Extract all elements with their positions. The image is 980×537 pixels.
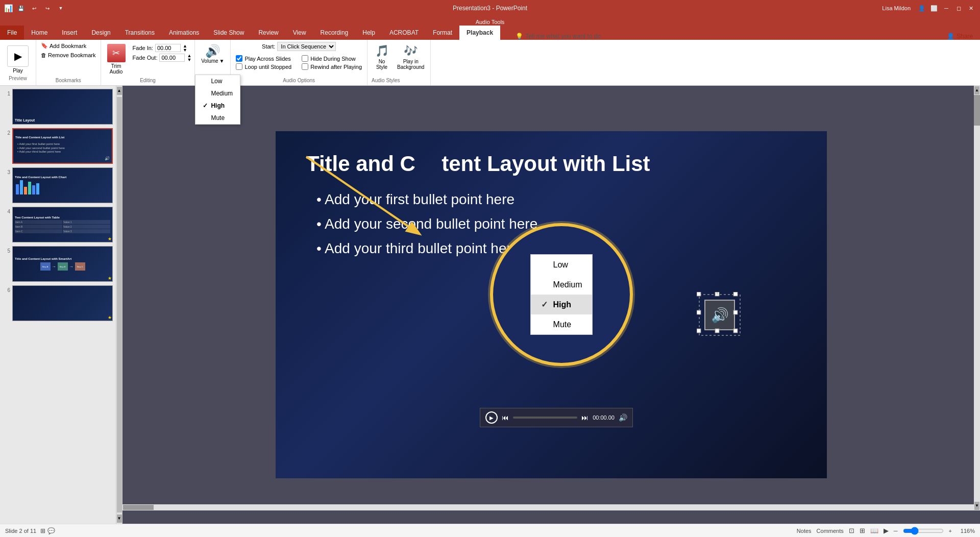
share-button[interactable]: 👤 Share <box>940 33 980 40</box>
rewind-button[interactable]: ⏮ <box>502 413 509 422</box>
zoom-level[interactable]: 116% <box>957 528 975 534</box>
slideshow-button[interactable]: ▶ <box>884 527 889 534</box>
lightbulb-icon: 💡 <box>516 33 523 40</box>
tab-home[interactable]: Home <box>24 26 55 40</box>
tab-slideshow[interactable]: Slide Show <box>206 26 251 40</box>
svg-rect-5 <box>733 310 738 314</box>
rewind-after-playing-checkbox[interactable] <box>302 63 308 70</box>
tab-animations[interactable]: Animations <box>162 26 206 40</box>
slide-thumb-4[interactable]: 4 Two Content Layout with Table Item A V… <box>2 206 114 243</box>
volume-button[interactable]: 🔊 Volume ▼ <box>199 42 226 66</box>
slide-1-title: Title Layout <box>15 118 35 122</box>
tab-transitions[interactable]: Transitions <box>118 26 162 40</box>
canvas-h-scroll-thumb[interactable] <box>123 505 154 510</box>
comments-panel-icon[interactable]: 💬 <box>47 527 55 534</box>
slide-3-thumbnail[interactable]: Title and Content Layout with Chart <box>12 167 113 203</box>
add-bookmark-button[interactable]: 🔖 Add Bookmark <box>39 42 97 50</box>
tab-view[interactable]: View <box>286 26 313 40</box>
title-bar: 📊 💾 ↩ ↪ ▼ Presentation3 - PowerPoint Lis… <box>0 0 980 16</box>
tab-format[interactable]: Format <box>426 26 459 40</box>
magnified-high-item[interactable]: ✓ High <box>531 295 593 314</box>
play-across-slides-checkbox[interactable] <box>236 55 242 62</box>
zoom-slider[interactable] <box>903 527 944 535</box>
audio-progress-bar[interactable] <box>513 417 577 419</box>
close-button[interactable]: ✕ <box>966 3 976 13</box>
canvas-scroll-up[interactable]: ▲ <box>974 86 979 94</box>
tab-insert[interactable]: Insert <box>55 26 84 40</box>
status-bar: Slide 2 of 11 ⊞ 💬 Notes Comments ⊡ ⊞ 📖 ▶… <box>0 524 980 537</box>
canvas-h-scrollbar[interactable] <box>122 504 974 510</box>
play-label: Play <box>13 68 22 74</box>
main-area: 1 Title Layout 2 Title and Content Layou… <box>0 86 980 524</box>
comments-button[interactable]: Comments <box>817 528 844 534</box>
magnified-mute-item[interactable]: ✓ Mute <box>531 314 593 334</box>
audio-icon-container[interactable]: 🔊 <box>704 300 735 330</box>
magnified-medium-item[interactable]: ✓ Medium <box>531 275 593 295</box>
account-icon[interactable]: 👤 <box>917 3 927 13</box>
magnified-low-item[interactable]: ✓ Low <box>531 255 593 275</box>
slide-5-thumbnail[interactable]: Title and Content Layout with SmartArt S… <box>12 246 113 282</box>
start-select[interactable]: In Click Sequence Automatically When Cli… <box>277 42 336 51</box>
fade-in-down-arrow[interactable]: ▼ <box>183 48 187 52</box>
volume-group: 🔊 Volume ▼ ✓ Low ✓ Medium ✓ High ✓ Mute <box>195 40 231 85</box>
slide-thumb-3[interactable]: 3 Title and Content Layout with Chart <box>2 166 114 204</box>
audio-volume-icon[interactable]: 🔊 <box>619 413 627 422</box>
fast-forward-button[interactable]: ⏭ <box>581 413 589 422</box>
save-button[interactable]: 💾 <box>16 3 26 13</box>
zoom-in-button[interactable]: + <box>949 528 952 534</box>
fade-out-input[interactable] <box>159 54 185 62</box>
volume-mute-item[interactable]: ✓ Mute <box>195 112 240 124</box>
remove-bookmark-button[interactable]: 🗑 Remove Bookmark <box>39 52 97 59</box>
undo-button[interactable]: ↩ <box>29 3 39 13</box>
tab-playback[interactable]: Playback <box>459 26 500 40</box>
slide-layout-icon[interactable]: ⊞ <box>40 527 45 534</box>
no-style-button[interactable]: 🎵 NoStyle <box>372 43 392 71</box>
volume-low-item[interactable]: ✓ Low <box>195 75 240 87</box>
canvas-scroll-thumb[interactable] <box>974 95 980 126</box>
play-background-icon: 🎶 <box>404 44 418 58</box>
slide-1-thumbnail[interactable]: Title Layout <box>12 89 113 125</box>
hide-during-show-checkbox[interactable] <box>302 55 308 62</box>
trim-audio-button[interactable]: ✂ TrimAudio <box>104 42 129 77</box>
play-across-slides-row: Play Across Slides <box>236 55 291 62</box>
canvas-scroll-down[interactable]: ▼ <box>974 502 979 510</box>
notes-button[interactable]: Notes <box>797 528 812 534</box>
play-in-background-button[interactable]: 🎶 Play inBackground <box>395 43 426 71</box>
slide-thumb-6[interactable]: 6 ★ <box>2 284 114 322</box>
volume-dropdown-arrow[interactable]: ▼ <box>219 58 225 64</box>
zoom-out-button[interactable]: ─ <box>894 528 898 534</box>
ribbon-display-icon[interactable]: ⬜ <box>929 3 939 13</box>
slide-thumb-2[interactable]: 2 Title and Content Layout with List • A… <box>2 127 114 165</box>
tab-design[interactable]: Design <box>84 26 117 40</box>
canvas-v-scrollbar[interactable]: ▲ ▼ <box>974 86 980 510</box>
tell-me-field[interactable]: 💡 Tell me what you want to do <box>510 33 606 40</box>
maximize-button[interactable]: ◻ <box>953 3 964 13</box>
tab-file[interactable]: File <box>0 26 24 40</box>
customize-qat-button[interactable]: ▼ <box>56 3 66 13</box>
slide-2-thumbnail[interactable]: Title and Content Layout with List • Add… <box>12 128 113 164</box>
slide-6-thumbnail[interactable] <box>12 285 113 321</box>
volume-medium-item[interactable]: ✓ Medium <box>195 87 240 100</box>
slide-4-thumbnail[interactable]: Two Content Layout with Table Item A Val… <box>12 207 113 242</box>
slide-thumb-5[interactable]: 5 Title and Content Layout with SmartArt… <box>2 245 114 283</box>
ribbon-tabs: File Home Insert Design Transitions Anim… <box>0 26 980 40</box>
slide-panel: 1 Title Layout 2 Title and Content Layou… <box>0 86 116 524</box>
slide-thumb-1[interactable]: 1 Title Layout <box>2 88 114 126</box>
audio-play-button[interactable]: ▶ <box>485 411 498 424</box>
slide-panel-scrollbar[interactable]: ▲ ▼ <box>116 86 122 524</box>
fade-in-input[interactable] <box>155 44 181 52</box>
normal-view-button[interactable]: ⊡ <box>849 527 854 534</box>
tab-recording[interactable]: Recording <box>313 26 356 40</box>
redo-button[interactable]: ↪ <box>42 3 53 13</box>
slide-sorter-button[interactable]: ⊞ <box>860 527 865 534</box>
title-right: Lisa Mildon 👤 ⬜ ─ ◻ ✕ <box>882 3 976 13</box>
reading-view-button[interactable]: 📖 <box>870 527 878 534</box>
volume-high-item[interactable]: ✓ High <box>195 100 240 112</box>
minimize-button[interactable]: ─ <box>941 3 951 13</box>
play-button[interactable]: ▶ Play <box>5 44 31 75</box>
tab-acrobat[interactable]: ACROBAT <box>382 26 426 40</box>
fade-out-down-arrow[interactable]: ▼ <box>187 58 191 62</box>
tab-review[interactable]: Review <box>251 26 285 40</box>
tab-help[interactable]: Help <box>355 26 382 40</box>
loop-until-stopped-checkbox[interactable] <box>236 63 242 70</box>
